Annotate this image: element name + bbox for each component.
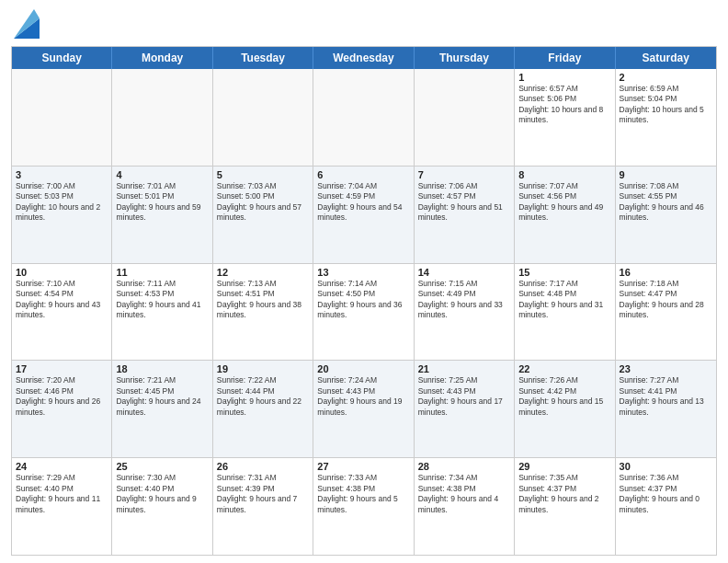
cal-cell-r1-c5: 8Sunrise: 7:07 AMSunset: 4:56 PMDaylight… [515, 167, 615, 263]
day-info: Sunrise: 7:29 AMSunset: 4:40 PMDaylight:… [16, 473, 108, 515]
cal-cell-r2-c6: 16Sunrise: 7:18 AMSunset: 4:47 PMDayligh… [616, 264, 716, 361]
cal-cell-r2-c5: 15Sunrise: 7:17 AMSunset: 4:48 PMDayligh… [515, 264, 615, 361]
day-info: Sunrise: 7:25 AMSunset: 4:43 PMDaylight:… [418, 375, 510, 418]
day-info: Sunrise: 7:13 AMSunset: 4:51 PMDaylight:… [217, 279, 309, 321]
day-info: Sunrise: 7:01 AMSunset: 5:01 PMDaylight:… [116, 181, 208, 224]
day-info: Sunrise: 7:24 AMSunset: 4:43 PMDaylight:… [317, 375, 409, 418]
cal-cell-r1-c1: 4Sunrise: 7:01 AMSunset: 5:01 PMDaylight… [112, 167, 212, 263]
cal-cell-r4-c3: 27Sunrise: 7:33 AMSunset: 4:38 PMDayligh… [313, 458, 414, 555]
day-number: 28 [418, 461, 510, 472]
calendar-row-5: 24Sunrise: 7:29 AMSunset: 4:40 PMDayligh… [12, 458, 716, 555]
day-number: 7 [418, 169, 510, 180]
cal-cell-r2-c2: 12Sunrise: 7:13 AMSunset: 4:51 PMDayligh… [213, 264, 313, 361]
day-number: 15 [518, 267, 610, 278]
day-info: Sunrise: 7:22 AMSunset: 4:44 PMDaylight:… [217, 375, 309, 418]
day-number: 21 [418, 363, 510, 374]
cal-cell-r1-c3: 6Sunrise: 7:04 AMSunset: 4:59 PMDaylight… [313, 167, 414, 263]
page: SundayMondayTuesdayWednesdayThursdayFrid… [0, 0, 728, 563]
cal-cell-r2-c3: 13Sunrise: 7:14 AMSunset: 4:50 PMDayligh… [313, 264, 414, 361]
cal-cell-r4-c5: 29Sunrise: 7:35 AMSunset: 4:37 PMDayligh… [515, 458, 615, 555]
day-info: Sunrise: 7:06 AMSunset: 4:57 PMDaylight:… [418, 181, 510, 224]
calendar-row-2: 3Sunrise: 7:00 AMSunset: 5:03 PMDaylight… [12, 167, 716, 264]
day-info: Sunrise: 7:21 AMSunset: 4:45 PMDaylight:… [116, 375, 208, 418]
cal-cell-r3-c4: 21Sunrise: 7:25 AMSunset: 4:43 PMDayligh… [415, 361, 515, 457]
cal-cell-r0-c4 [415, 69, 515, 166]
header-day-friday: Friday [515, 47, 615, 69]
cal-cell-r4-c0: 24Sunrise: 7:29 AMSunset: 4:40 PMDayligh… [12, 458, 112, 555]
header-day-saturday: Saturday [616, 47, 716, 69]
day-info: Sunrise: 7:14 AMSunset: 4:50 PMDaylight:… [317, 279, 409, 321]
day-number: 2 [620, 72, 712, 83]
day-number: 22 [518, 363, 610, 374]
day-number: 29 [518, 461, 610, 472]
day-number: 30 [620, 461, 712, 472]
cal-cell-r4-c1: 25Sunrise: 7:30 AMSunset: 4:40 PMDayligh… [112, 458, 212, 555]
cal-cell-r1-c2: 5Sunrise: 7:03 AMSunset: 5:00 PMDaylight… [213, 167, 313, 263]
day-number: 20 [317, 363, 409, 374]
cal-cell-r2-c0: 10Sunrise: 7:10 AMSunset: 4:54 PMDayligh… [12, 264, 112, 361]
cal-cell-r3-c3: 20Sunrise: 7:24 AMSunset: 4:43 PMDayligh… [313, 361, 414, 457]
day-number: 4 [116, 169, 208, 180]
header-day-wednesday: Wednesday [313, 47, 414, 69]
calendar-row-3: 10Sunrise: 7:10 AMSunset: 4:54 PMDayligh… [12, 264, 716, 362]
day-number: 24 [16, 461, 108, 472]
day-number: 3 [16, 169, 108, 180]
cal-cell-r1-c0: 3Sunrise: 7:00 AMSunset: 5:03 PMDaylight… [12, 167, 112, 263]
cal-cell-r0-c1 [112, 69, 212, 166]
calendar-row-1: 1Sunrise: 6:57 AMSunset: 5:06 PMDaylight… [12, 69, 716, 167]
day-info: Sunrise: 7:18 AMSunset: 4:47 PMDaylight:… [620, 279, 712, 321]
cal-cell-r3-c2: 19Sunrise: 7:22 AMSunset: 4:44 PMDayligh… [213, 361, 313, 457]
day-number: 27 [317, 461, 409, 472]
day-number: 6 [317, 169, 409, 180]
cal-cell-r1-c4: 7Sunrise: 7:06 AMSunset: 4:57 PMDaylight… [415, 167, 515, 263]
logo-icon [14, 9, 40, 39]
day-number: 17 [16, 363, 108, 374]
day-info: Sunrise: 6:59 AMSunset: 5:04 PMDaylight:… [620, 84, 712, 126]
day-number: 14 [418, 267, 510, 278]
cal-cell-r4-c6: 30Sunrise: 7:36 AMSunset: 4:37 PMDayligh… [616, 458, 716, 555]
day-number: 9 [620, 169, 712, 180]
cal-cell-r3-c0: 17Sunrise: 7:20 AMSunset: 4:46 PMDayligh… [12, 361, 112, 457]
day-info: Sunrise: 7:35 AMSunset: 4:37 PMDaylight:… [518, 473, 610, 515]
header-day-sunday: Sunday [12, 47, 112, 69]
cal-cell-r2-c4: 14Sunrise: 7:15 AMSunset: 4:49 PMDayligh… [415, 264, 515, 361]
logo [11, 13, 40, 39]
header-day-thursday: Thursday [415, 47, 515, 69]
day-number: 5 [217, 169, 309, 180]
cal-cell-r1-c6: 9Sunrise: 7:08 AMSunset: 4:55 PMDaylight… [616, 167, 716, 263]
day-info: Sunrise: 7:36 AMSunset: 4:37 PMDaylight:… [620, 473, 712, 515]
cal-cell-r4-c4: 28Sunrise: 7:34 AMSunset: 4:38 PMDayligh… [415, 458, 515, 555]
cal-cell-r0-c0 [12, 69, 112, 166]
day-info: Sunrise: 6:57 AMSunset: 5:06 PMDaylight:… [518, 84, 610, 126]
day-info: Sunrise: 7:34 AMSunset: 4:38 PMDaylight:… [418, 473, 510, 515]
day-info: Sunrise: 7:17 AMSunset: 4:48 PMDaylight:… [518, 279, 610, 321]
day-info: Sunrise: 7:03 AMSunset: 5:00 PMDaylight:… [217, 181, 309, 224]
day-number: 26 [217, 461, 309, 472]
day-number: 8 [518, 169, 610, 180]
calendar-row-4: 17Sunrise: 7:20 AMSunset: 4:46 PMDayligh… [12, 361, 716, 458]
day-info: Sunrise: 7:08 AMSunset: 4:55 PMDaylight:… [620, 181, 712, 224]
cal-cell-r2-c1: 11Sunrise: 7:11 AMSunset: 4:53 PMDayligh… [112, 264, 212, 361]
day-info: Sunrise: 7:10 AMSunset: 4:54 PMDaylight:… [16, 279, 108, 321]
day-info: Sunrise: 7:11 AMSunset: 4:53 PMDaylight:… [116, 279, 208, 321]
day-info: Sunrise: 7:07 AMSunset: 4:56 PMDaylight:… [518, 181, 610, 224]
cal-cell-r0-c3 [313, 69, 414, 166]
cal-cell-r3-c6: 23Sunrise: 7:27 AMSunset: 4:41 PMDayligh… [616, 361, 716, 457]
day-number: 13 [317, 267, 409, 278]
cal-cell-r0-c2 [213, 69, 313, 166]
header [11, 9, 717, 39]
calendar-header: SundayMondayTuesdayWednesdayThursdayFrid… [12, 47, 716, 69]
day-number: 1 [518, 72, 610, 83]
day-number: 19 [217, 363, 309, 374]
day-number: 18 [116, 363, 208, 374]
cal-cell-r0-c6: 2Sunrise: 6:59 AMSunset: 5:04 PMDaylight… [616, 69, 716, 166]
day-info: Sunrise: 7:26 AMSunset: 4:42 PMDaylight:… [518, 375, 610, 418]
day-info: Sunrise: 7:33 AMSunset: 4:38 PMDaylight:… [317, 473, 409, 515]
day-info: Sunrise: 7:20 AMSunset: 4:46 PMDaylight:… [16, 375, 108, 418]
day-info: Sunrise: 7:15 AMSunset: 4:49 PMDaylight:… [418, 279, 510, 321]
day-number: 25 [116, 461, 208, 472]
day-info: Sunrise: 7:31 AMSunset: 4:39 PMDaylight:… [217, 473, 309, 515]
day-number: 12 [217, 267, 309, 278]
day-number: 23 [620, 363, 712, 374]
day-number: 10 [16, 267, 108, 278]
